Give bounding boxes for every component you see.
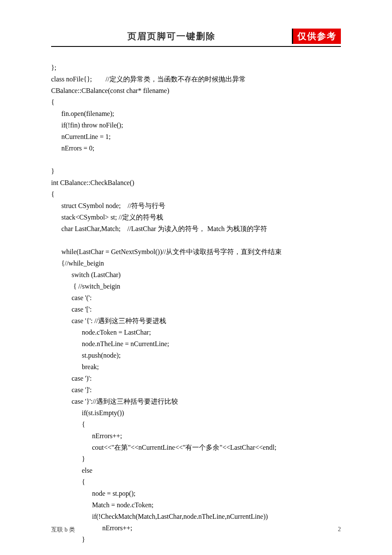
- page-number: 2: [338, 526, 341, 534]
- page-footer: 互联 b 类 2: [51, 526, 341, 534]
- header-title: 页眉页脚可一键删除: [51, 30, 292, 42]
- page-header: 页眉页脚可一键删除 仅供参考: [51, 30, 341, 47]
- reference-badge: 仅供参考: [292, 29, 341, 44]
- code-content: }; class noFile{}; //定义的异常类，当函数不存在的时候抛出异…: [51, 62, 341, 545]
- footer-category: 互联 b 类: [51, 526, 75, 534]
